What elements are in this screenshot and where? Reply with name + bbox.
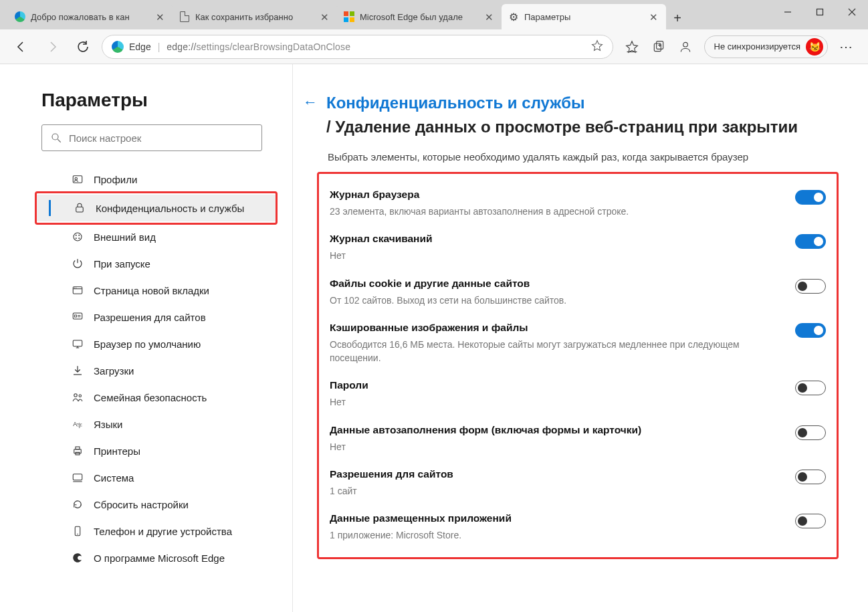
toggle-switch[interactable]: [795, 234, 826, 249]
sidebar-item-label: Телефон и другие устройства: [94, 526, 232, 537]
settings-search-input[interactable]: [69, 132, 253, 144]
sidebar-item-printers[interactable]: Принтеры: [41, 437, 278, 464]
sidebar-item-label: Разрешения для сайтов: [94, 312, 206, 323]
sidebar-item-label: При запуске: [94, 258, 150, 270]
tab-title: Как сохранить избранно: [195, 12, 313, 22]
svg-rect-35: [76, 447, 80, 449]
settings-sidebar: Параметры Профили Конфиденциальность и с…: [0, 64, 293, 612]
sidebar-item-appearance[interactable]: Внешний вид: [41, 223, 278, 250]
profile-button[interactable]: [673, 35, 697, 59]
svg-rect-1: [817, 9, 823, 15]
setting-row: Данные автозаполнения форм (включая форм…: [327, 415, 829, 455]
collections-button[interactable]: [647, 35, 671, 59]
breadcrumb-back-button[interactable]: ←: [302, 94, 318, 111]
nav-refresh-button[interactable]: [71, 35, 95, 59]
close-icon[interactable]: ✕: [647, 11, 659, 23]
favorite-star-icon[interactable]: [591, 39, 603, 54]
toggle-switch[interactable]: [795, 279, 826, 294]
toggle-switch[interactable]: [795, 514, 826, 528]
sidebar-item-label: Загрузки: [94, 365, 134, 377]
toggle-switch[interactable]: [795, 190, 826, 205]
sidebar-item-profiles[interactable]: Профили: [41, 166, 278, 193]
new-tab-button[interactable]: +: [666, 7, 689, 29]
svg-rect-26: [78, 315, 81, 316]
sidebar-item-downloads[interactable]: Загрузки: [41, 357, 278, 384]
setting-title: Журнал браузера: [330, 189, 629, 201]
breadcrumb-parent-link[interactable]: Конфиденциальность и службы: [326, 94, 585, 112]
toggle-switch[interactable]: [795, 323, 826, 338]
svg-rect-14: [76, 207, 84, 213]
sync-status-button[interactable]: Не синхронизируется 😼: [704, 35, 828, 58]
family-icon: [71, 391, 84, 403]
sidebar-item-privacy[interactable]: Конфиденциальность и службы: [37, 195, 276, 221]
sidebar-item-on-startup[interactable]: При запуске: [41, 250, 278, 277]
default-browser-icon: [71, 338, 84, 350]
maximize-button[interactable]: [804, 0, 836, 24]
svg-text:字: 字: [77, 423, 82, 429]
setting-title: Пароли: [330, 379, 368, 391]
edge-about-icon: [71, 552, 84, 564]
setting-title: Журнал скачиваний: [330, 233, 433, 245]
tab-settings[interactable]: ⚙ Параметры ✕: [502, 4, 666, 29]
svg-text:A: A: [73, 421, 77, 427]
sidebar-item-phone[interactable]: Телефон и другие устройства: [41, 518, 278, 544]
setting-title: Данные автозаполнения форм (включая форм…: [330, 424, 641, 436]
svg-rect-28: [73, 340, 82, 346]
sidebar-item-system[interactable]: Система: [41, 464, 278, 491]
more-menu-button[interactable]: ⋯: [835, 35, 859, 59]
minimize-button[interactable]: [772, 0, 804, 24]
settings-nav: Профили Конфиденциальность и службы Внеш…: [41, 166, 278, 571]
sidebar-item-label: Семейная безопасность: [94, 392, 207, 403]
close-icon[interactable]: ✕: [318, 11, 330, 23]
svg-point-40: [77, 534, 78, 535]
sidebar-item-site-permissions[interactable]: Разрешения для сайтов: [41, 304, 278, 330]
settings-main: ← Конфиденциальность и службы / Удаление…: [293, 64, 868, 612]
setting-row: Файлы cookie и другие данные сайтовОт 10…: [327, 268, 829, 308]
toggle-switch[interactable]: [795, 381, 826, 395]
settings-search[interactable]: [41, 124, 262, 151]
gear-icon: ⚙: [508, 11, 519, 22]
close-icon[interactable]: ✕: [154, 11, 166, 23]
close-window-button[interactable]: [836, 0, 868, 24]
setting-row: Кэшированные изображения и файлыОсвободи…: [327, 312, 829, 367]
sidebar-item-new-tab-page[interactable]: Страница новой вкладки: [41, 277, 278, 304]
sidebar-item-languages[interactable]: A字 Языки: [41, 411, 278, 437]
setting-row: ПаролиНет: [327, 370, 829, 410]
url-text: edge://settings/clearBrowsingDataOnClose: [167, 41, 350, 52]
download-icon: [71, 365, 84, 377]
sidebar-item-family-safety[interactable]: Семейная безопасность: [41, 384, 278, 411]
setting-row: Журнал браузера23 элемента, включая вари…: [327, 179, 829, 219]
address-bar[interactable]: Edge | edge://settings/clearBrowsingData…: [102, 35, 613, 59]
section-description: Выбрать элементы, которые необходимо уда…: [328, 151, 839, 163]
languages-icon: A字: [71, 418, 84, 430]
tab-edge-removed[interactable]: Microsoft Edge был удале ✕: [337, 4, 502, 29]
edge-icon: [112, 41, 124, 53]
toggle-switch[interactable]: [795, 470, 826, 484]
close-icon[interactable]: ✕: [483, 11, 495, 23]
tab-welcome[interactable]: Добро пожаловать в кан ✕: [8, 4, 173, 29]
svg-line-11: [58, 139, 61, 142]
sidebar-item-label: О программе Microsoft Edge: [94, 552, 225, 564]
setting-description: 1 приложение: Microsoft Store.: [330, 528, 512, 542]
nav-back-button[interactable]: [9, 35, 33, 59]
svg-point-23: [76, 288, 76, 288]
sidebar-item-label: Браузер по умолчанию: [94, 338, 201, 350]
sidebar-item-label: Профили: [94, 174, 137, 185]
sidebar-item-label: Система: [94, 472, 134, 484]
avatar: 😼: [806, 38, 823, 56]
site-identity[interactable]: Edge: [112, 41, 151, 53]
sidebar-item-reset[interactable]: Сбросить настройки: [41, 491, 278, 518]
system-icon: [71, 472, 84, 484]
tab-how-to-save[interactable]: Как сохранить избранно ✕: [173, 4, 337, 29]
favorites-button[interactable]: [620, 35, 644, 59]
nav-forward-button[interactable]: [40, 35, 64, 59]
sidebar-item-label: Сбросить настройки: [94, 499, 189, 510]
sidebar-item-about[interactable]: О программе Microsoft Edge: [41, 544, 278, 571]
sidebar-item-default-browser[interactable]: Браузер по умолчанию: [41, 330, 278, 357]
svg-point-13: [75, 178, 77, 180]
appearance-icon: [71, 231, 84, 243]
printer-icon: [71, 445, 84, 457]
setting-description: Освободится 16,6 МБ места. Некоторые сай…: [330, 338, 758, 365]
toggle-switch[interactable]: [795, 425, 826, 440]
svg-rect-25: [75, 315, 77, 317]
